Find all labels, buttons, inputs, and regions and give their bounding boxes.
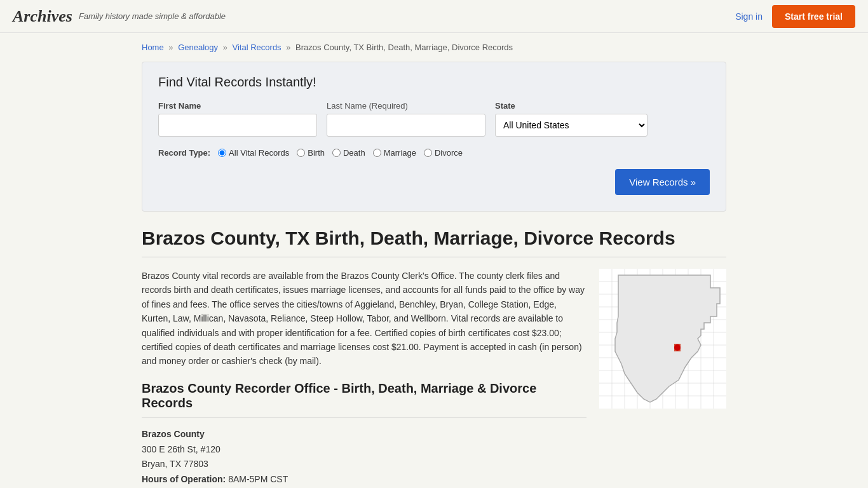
page-title: Brazos County, TX Birth, Death, Marriage… xyxy=(142,227,726,257)
texas-map xyxy=(599,269,726,488)
breadcrumb: Home » Genealogy » Vital Records » Brazo… xyxy=(142,43,726,52)
record-type-label: Record Type: xyxy=(158,148,210,158)
content-area: Brazos County vital records are availabl… xyxy=(142,269,726,488)
state-group: State All United States xyxy=(495,101,648,137)
office-address: 300 E 26th St, #120 xyxy=(142,442,587,458)
breadcrumb-home[interactable]: Home xyxy=(142,43,164,52)
radio-death-label: Death xyxy=(343,148,365,158)
state-label: State xyxy=(495,101,648,111)
radio-all-vital: All Vital Records xyxy=(218,148,289,158)
view-records-button[interactable]: View Records » xyxy=(615,169,710,195)
page-description: Brazos County vital records are availabl… xyxy=(142,269,587,369)
svg-point-22 xyxy=(674,344,681,351)
section-heading: Brazos County Recorder Office - Birth, D… xyxy=(142,381,587,417)
state-select[interactable]: All United States xyxy=(495,114,648,137)
last-name-label: Last Name (Required) xyxy=(327,101,485,111)
office-info: Brazos County 300 E 26th St, #120 Bryan,… xyxy=(142,427,587,488)
radio-all-vital-input[interactable] xyxy=(218,149,226,157)
header: Archives Family history made simple & af… xyxy=(0,0,868,33)
breadcrumb-sep-2: » xyxy=(223,43,227,52)
radio-marriage: Marriage xyxy=(373,148,416,158)
search-title: Find Vital Records Instantly! xyxy=(158,75,710,90)
first-name-input[interactable] xyxy=(158,114,317,137)
header-right: Sign in Start free trial xyxy=(735,5,855,28)
breadcrumb-sep-3: » xyxy=(286,43,290,52)
content-text: Brazos County vital records are availabl… xyxy=(142,269,587,488)
radio-marriage-input[interactable] xyxy=(373,149,381,157)
radio-marriage-label: Marriage xyxy=(384,148,416,158)
sign-in-link[interactable]: Sign in xyxy=(735,11,763,22)
site-logo: Archives xyxy=(13,7,72,26)
radio-divorce: Divorce xyxy=(424,148,463,158)
office-city: Bryan, TX 77803 xyxy=(142,457,587,472)
radio-death: Death xyxy=(332,148,365,158)
start-trial-button[interactable]: Start free trial xyxy=(772,5,855,28)
office-name: Brazos County xyxy=(142,427,587,442)
first-name-group: First Name xyxy=(158,101,317,137)
radio-birth-input[interactable] xyxy=(297,149,305,157)
main-content: Home » Genealogy » Vital Records » Brazo… xyxy=(129,33,739,488)
radio-death-input[interactable] xyxy=(332,149,341,157)
search-box: Find Vital Records Instantly! First Name… xyxy=(142,62,726,212)
office-hours: Hours of Operation: 8AM-5PM CST xyxy=(142,472,587,487)
last-name-group: Last Name (Required) xyxy=(327,101,485,137)
hours-label: Hours of Operation: xyxy=(142,474,226,484)
breadcrumb-genealogy[interactable]: Genealogy xyxy=(178,43,218,52)
record-type-row: Record Type: All Vital Records Birth Dea… xyxy=(158,148,710,158)
last-name-input[interactable] xyxy=(327,114,485,137)
breadcrumb-vital-records[interactable]: Vital Records xyxy=(233,43,281,52)
header-tagline: Family history made simple & affordable xyxy=(79,11,226,21)
breadcrumb-current: Brazos County, TX Birth, Death, Marriage… xyxy=(295,43,513,52)
breadcrumb-sep-1: » xyxy=(168,43,173,52)
radio-all-vital-label: All Vital Records xyxy=(229,148,289,158)
hours-value: 8AM-5PM CST xyxy=(228,474,288,484)
search-fields: First Name Last Name (Required) State Al… xyxy=(158,101,710,137)
radio-birth: Birth xyxy=(297,148,325,158)
radio-birth-label: Birth xyxy=(308,148,325,158)
header-left: Archives Family history made simple & af… xyxy=(13,7,226,26)
radio-divorce-input[interactable] xyxy=(424,149,432,157)
radio-divorce-label: Divorce xyxy=(435,148,463,158)
first-name-label: First Name xyxy=(158,101,317,111)
search-box-footer: View Records » xyxy=(158,169,710,195)
